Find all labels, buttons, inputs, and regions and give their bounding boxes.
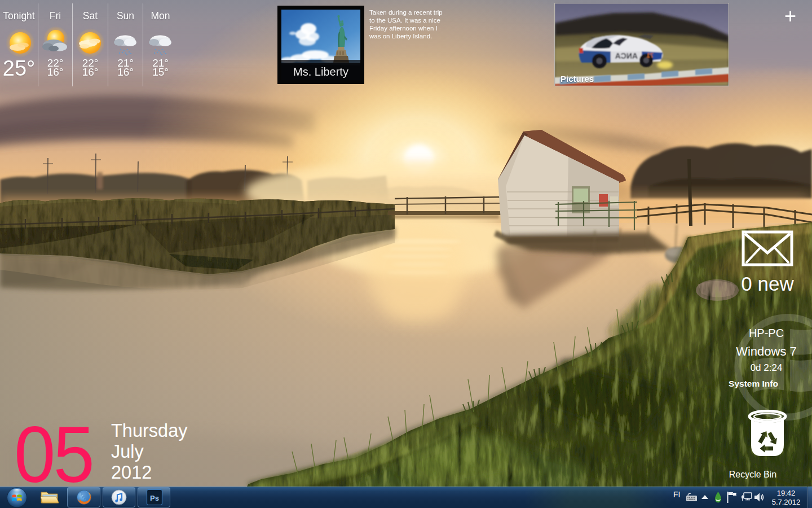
svg-text:ANCA: ANCA <box>615 51 638 60</box>
svg-text:71: 71 <box>647 52 654 59</box>
svg-text:Ps: Ps <box>150 494 159 502</box>
